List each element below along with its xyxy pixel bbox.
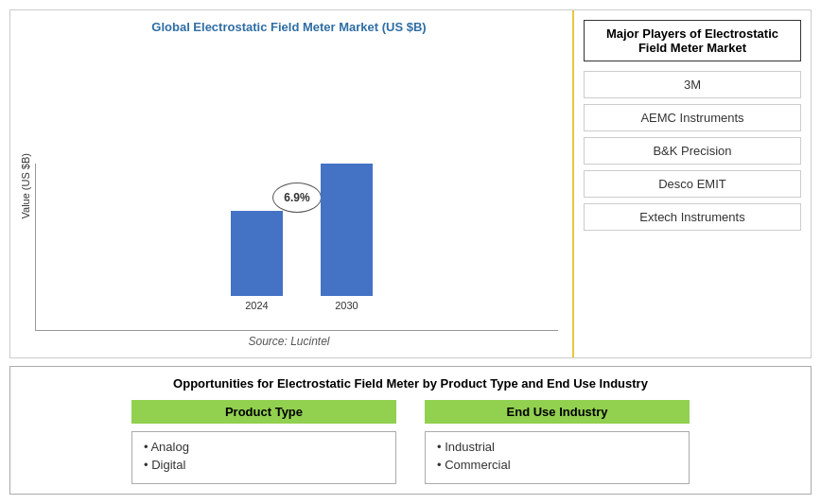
- end-use-column: End Use Industry Industrial Commercial: [425, 400, 690, 484]
- bar-2030: [321, 164, 373, 296]
- product-type-item-digital: Digital: [144, 458, 384, 472]
- bars-container: 6.9% 2024 2030: [35, 164, 558, 331]
- players-area: Major Players of Electrostatic Field Met…: [574, 10, 811, 357]
- bar-label-2030: 2030: [335, 300, 358, 311]
- player-item-0: 3M: [584, 71, 801, 98]
- top-section: Global Electrostatic Field Meter Market …: [9, 9, 812, 358]
- y-axis-label: Value (US $B): [20, 153, 31, 219]
- opportunities-grid: Product Type Analog Digital End Use Indu…: [25, 400, 796, 484]
- product-type-list: Analog Digital: [131, 431, 396, 484]
- end-use-item-commercial: Commercial: [437, 458, 677, 472]
- main-container: Global Electrostatic Field Meter Market …: [0, 0, 821, 504]
- chart-body: Value (US $B) 6.9% 2024: [20, 42, 558, 331]
- chart-inner: 6.9% 2024 2030: [35, 164, 558, 331]
- players-title: Major Players of Electrostatic Field Met…: [584, 20, 801, 61]
- bar-group-2030: 2030: [321, 164, 373, 311]
- opportunities-title: Opportunities for Electrostatic Field Me…: [25, 376, 796, 391]
- chart-title: Global Electrostatic Field Meter Market …: [20, 20, 558, 34]
- bar-group-2024: 2024: [231, 211, 283, 311]
- end-use-item-industrial: Industrial: [437, 440, 677, 454]
- cagr-bubble: 6.9%: [272, 182, 322, 213]
- end-use-header: End Use Industry: [425, 400, 690, 424]
- end-use-list: Industrial Commercial: [425, 431, 690, 484]
- cagr-value: 6.9%: [284, 191, 309, 204]
- bottom-section: Opportunities for Electrostatic Field Me…: [9, 366, 812, 495]
- product-type-item-analog: Analog: [144, 440, 384, 454]
- product-type-column: Product Type Analog Digital: [131, 400, 396, 484]
- player-item-1: AEMC Instruments: [584, 104, 801, 131]
- source-text: Source: Lucintel: [20, 335, 558, 348]
- product-type-header: Product Type: [131, 400, 396, 424]
- bar-2024: [231, 211, 283, 296]
- player-item-3: Desco EMIT: [584, 170, 801, 198]
- chart-area: Global Electrostatic Field Meter Market …: [10, 10, 574, 357]
- bar-label-2024: 2024: [245, 300, 268, 311]
- player-item-2: B&K Precision: [584, 137, 801, 165]
- player-item-4: Extech Instruments: [584, 203, 801, 231]
